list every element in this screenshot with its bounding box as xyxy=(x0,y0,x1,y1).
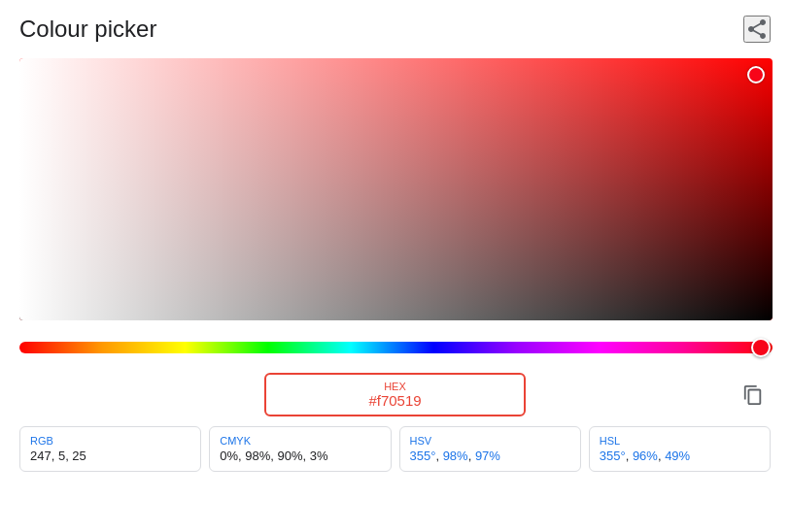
hsl-box: HSL 355°, 96%, 49% xyxy=(589,426,771,472)
hex-box: HEX #f70519 xyxy=(264,373,525,416)
hsv-label: HSV xyxy=(410,435,570,447)
hue-slider-thumb[interactable] xyxy=(751,338,771,357)
page-title: Colour picker xyxy=(19,16,156,43)
hex-row: HEX #f70519 xyxy=(19,373,771,416)
copy-button[interactable] xyxy=(736,378,771,413)
hex-label: HEX xyxy=(276,381,513,392)
rgb-value: 247, 5, 25 xyxy=(30,449,190,463)
cmyk-value: 0%, 98%, 90%, 3% xyxy=(220,449,380,463)
header: Colour picker xyxy=(19,16,771,43)
hsv-value: 355°, 98%, 97% xyxy=(410,449,570,463)
color-picker-area[interactable] xyxy=(19,58,773,320)
cmyk-box: CMYK 0%, 98%, 90%, 3% xyxy=(209,426,391,472)
hue-slider-container[interactable] xyxy=(19,338,773,357)
share-button[interactable] xyxy=(743,16,771,43)
hex-value: #f70519 xyxy=(276,392,513,409)
hsl-value: 355°, 96%, 49% xyxy=(600,449,760,463)
color-values-row: RGB 247, 5, 25 CMYK 0%, 98%, 90%, 3% HSV… xyxy=(19,426,771,472)
rgb-box: RGB 247, 5, 25 xyxy=(19,426,201,472)
cmyk-label: CMYK xyxy=(220,435,380,447)
hue-slider-track xyxy=(19,342,773,353)
rgb-label: RGB xyxy=(30,435,190,447)
color-picker-thumb[interactable] xyxy=(747,66,765,83)
hsv-box: HSV 355°, 98%, 97% xyxy=(399,426,581,472)
hsl-label: HSL xyxy=(600,435,760,447)
color-gradient xyxy=(19,58,773,320)
